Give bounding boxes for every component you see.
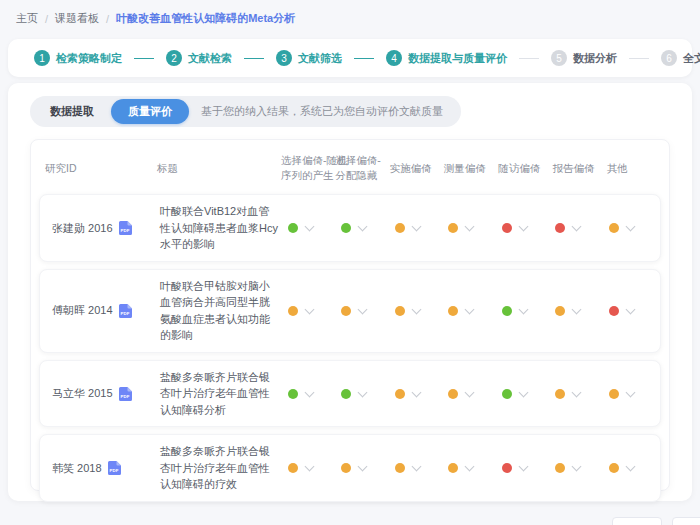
step-number-badge: 2	[166, 50, 182, 66]
rating-dropdown[interactable]	[284, 223, 331, 233]
rating-dropdown[interactable]	[551, 463, 598, 473]
rating-dropdown[interactable]	[391, 463, 438, 473]
chevron-down-icon	[305, 387, 315, 397]
main-card: 数据提取 质量评价 基于您的纳入结果，系统已为您自动评价文献质量 研究ID标题选…	[8, 83, 692, 501]
step-6[interactable]: 6全文撰写	[661, 50, 700, 66]
chevron-down-icon	[465, 222, 475, 232]
rating-dropdown[interactable]	[605, 306, 652, 316]
rating-dropdown[interactable]	[391, 223, 438, 233]
study-id-cell: 傅朝晖 2014PDF	[48, 303, 154, 318]
rating-dropdown[interactable]	[605, 389, 652, 399]
bottom-button-stub-left[interactable]	[612, 517, 662, 525]
study-id: 马立华 2015	[52, 386, 113, 401]
rating-dropdown[interactable]	[444, 306, 491, 316]
step-4[interactable]: 4数据提取与质量评价	[386, 50, 507, 66]
table-row: 韩笑 2018PDF盐酸多奈哌齐片联合银杏叶片治疗老年血管性认知障碍的疗效	[39, 434, 661, 502]
study-id-cell: 韩笑 2018PDF	[48, 461, 154, 476]
chevron-down-icon	[411, 387, 421, 397]
tab-quality-eval[interactable]: 质量评价	[111, 99, 189, 124]
rating-dot-yellow	[609, 389, 619, 399]
chevron-down-icon	[358, 387, 368, 397]
step-3[interactable]: 3文献筛选	[276, 50, 342, 66]
rating-dot-yellow	[555, 306, 565, 316]
svg-text:PDF: PDF	[120, 394, 129, 399]
chevron-down-icon	[305, 462, 315, 472]
step-5[interactable]: 5数据分析	[551, 50, 617, 66]
rating-dropdown[interactable]	[284, 306, 331, 316]
rating-dropdown[interactable]	[551, 389, 598, 399]
rating-dropdown[interactable]	[337, 463, 384, 473]
rating-dropdown[interactable]	[498, 463, 545, 473]
chevron-down-icon	[411, 222, 421, 232]
study-id-cell: 马立华 2015PDF	[48, 386, 154, 401]
chevron-down-icon	[465, 462, 475, 472]
rating-dropdown[interactable]	[284, 389, 331, 399]
rating-dot-yellow	[395, 389, 405, 399]
step-connector	[519, 58, 539, 59]
rating-dropdown[interactable]	[498, 306, 545, 316]
breadcrumb: 主页/课题看板/叶酸改善血管性认知障碍的Meta分析	[0, 0, 700, 39]
rating-dot-yellow	[555, 463, 565, 473]
step-connector	[354, 58, 374, 59]
rating-dropdown[interactable]	[498, 223, 545, 233]
pdf-file-icon[interactable]: PDF	[119, 304, 132, 318]
rating-dot-green	[502, 389, 512, 399]
chevron-down-icon	[411, 304, 421, 314]
rating-dropdown[interactable]	[551, 306, 598, 316]
column-header: 报告偏倚	[552, 161, 600, 176]
tab-data-extraction[interactable]: 数据提取	[33, 99, 111, 124]
rating-dot-yellow	[341, 306, 351, 316]
rating-dropdown[interactable]	[498, 389, 545, 399]
chevron-down-icon	[625, 304, 635, 314]
step-number-badge: 6	[661, 50, 677, 66]
rating-dropdown[interactable]	[337, 389, 384, 399]
step-number-badge: 4	[386, 50, 402, 66]
page: 主页/课题看板/叶酸改善血管性认知障碍的Meta分析 1检索策略制定2文献检索3…	[0, 0, 700, 525]
tab-strip: 数据提取 质量评价 基于您的纳入结果，系统已为您自动评价文献质量	[30, 96, 461, 127]
column-header: 测量偏倚	[444, 161, 492, 176]
column-header: 选择偏倚-随机序列的产生	[281, 153, 329, 183]
chevron-down-icon	[518, 462, 528, 472]
breadcrumb-item[interactable]: 主页	[16, 11, 38, 26]
rating-dropdown[interactable]	[605, 463, 652, 473]
rating-dropdown[interactable]	[444, 463, 491, 473]
step-label: 数据提取与质量评价	[408, 51, 507, 66]
chevron-down-icon	[305, 222, 315, 232]
breadcrumb-separator: /	[106, 13, 109, 25]
rating-dropdown[interactable]	[605, 223, 652, 233]
pdf-file-icon[interactable]: PDF	[119, 221, 132, 235]
column-header: 标题	[157, 161, 275, 176]
bottom-button-stub-right[interactable]	[672, 517, 700, 525]
svg-text:PDF: PDF	[120, 311, 129, 316]
chevron-down-icon	[572, 304, 582, 314]
rating-dropdown[interactable]	[551, 223, 598, 233]
rating-dropdown[interactable]	[444, 389, 491, 399]
step-label: 文献筛选	[298, 51, 342, 66]
chevron-down-icon	[518, 304, 528, 314]
rating-dropdown[interactable]	[391, 306, 438, 316]
rating-dot-green	[502, 306, 512, 316]
rating-dropdown[interactable]	[284, 463, 331, 473]
rating-dot-yellow	[395, 306, 405, 316]
study-title: 叶酸联合甲钴胺对脑小血管病合并高同型半胱氨酸血症患者认知功能的影响	[160, 278, 278, 344]
table-header: 研究ID标题选择偏倚-随机序列的产生选择偏倚-分配隐藏实施偏倚测量偏倚随访偏倚报…	[37, 140, 663, 194]
step-1[interactable]: 1检索策略制定	[34, 50, 122, 66]
rating-dot-red	[502, 463, 512, 473]
rating-dot-yellow	[555, 389, 565, 399]
rating-dropdown[interactable]	[337, 223, 384, 233]
step-connector	[629, 58, 649, 59]
quality-table: 研究ID标题选择偏倚-随机序列的产生选择偏倚-分配隐藏实施偏倚测量偏倚随访偏倚报…	[30, 139, 670, 491]
pdf-file-icon[interactable]: PDF	[119, 387, 132, 401]
chevron-down-icon	[572, 222, 582, 232]
pdf-file-icon[interactable]: PDF	[108, 461, 121, 475]
rating-dropdown[interactable]	[444, 223, 491, 233]
rating-dot-yellow	[288, 463, 298, 473]
rating-dropdown[interactable]	[337, 306, 384, 316]
step-2[interactable]: 2文献检索	[166, 50, 232, 66]
rating-dot-red	[609, 306, 619, 316]
table-row: 张建勋 2016PDF叶酸联合VitB12对血管性认知障碍患者血浆Hcy水平的影…	[39, 194, 661, 262]
study-id: 张建勋 2016	[52, 221, 113, 236]
study-id-cell: 张建勋 2016PDF	[48, 221, 154, 236]
breadcrumb-item[interactable]: 课题看板	[55, 11, 99, 26]
rating-dropdown[interactable]	[391, 389, 438, 399]
